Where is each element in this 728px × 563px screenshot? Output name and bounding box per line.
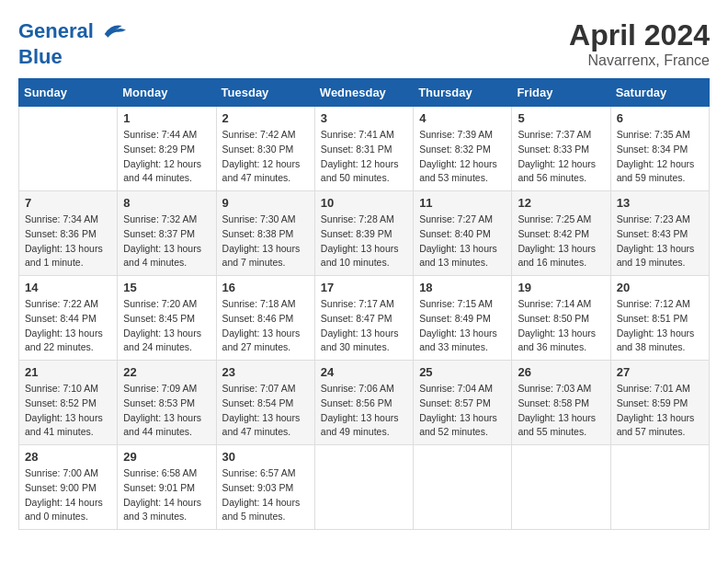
calendar-cell: 28 Sunrise: 7:00 AM Sunset: 9:00 PM Dayl… <box>19 445 118 530</box>
day-info: Sunrise: 7:22 AM Sunset: 8:44 PM Dayligh… <box>25 297 111 355</box>
day-number: 19 <box>518 281 604 294</box>
day-number: 10 <box>321 196 407 210</box>
calendar-cell: 29 Sunrise: 6:58 AM Sunset: 9:01 PM Dayl… <box>118 445 216 530</box>
month-year: April 2024 <box>569 18 710 52</box>
day-number: 2 <box>222 111 309 125</box>
day-number: 11 <box>419 196 506 210</box>
calendar-week-3: 14 Sunrise: 7:22 AM Sunset: 8:44 PM Dayl… <box>19 276 710 361</box>
day-info: Sunrise: 7:04 AM Sunset: 8:57 PM Dayligh… <box>419 382 506 440</box>
calendar-cell: 1 Sunrise: 7:44 AM Sunset: 8:29 PM Dayli… <box>118 107 216 191</box>
location: Navarrenx, France <box>569 52 710 69</box>
day-number: 29 <box>123 450 210 464</box>
day-number: 28 <box>25 450 111 464</box>
calendar-cell: 26 Sunrise: 7:03 AM Sunset: 8:58 PM Dayl… <box>512 361 610 445</box>
calendar-cell: 19 Sunrise: 7:14 AM Sunset: 8:50 PM Dayl… <box>512 276 610 361</box>
calendar-cell: 17 Sunrise: 7:17 AM Sunset: 8:47 PM Dayl… <box>314 276 413 361</box>
day-number: 24 <box>321 365 407 379</box>
day-number: 15 <box>123 281 210 294</box>
day-info: Sunrise: 7:07 AM Sunset: 8:54 PM Dayligh… <box>222 382 309 440</box>
calendar-cell: 2 Sunrise: 7:42 AM Sunset: 8:30 PM Dayli… <box>216 107 314 191</box>
calendar-cell <box>512 445 610 530</box>
calendar-cell: 16 Sunrise: 7:18 AM Sunset: 8:46 PM Dayl… <box>216 276 314 361</box>
calendar-cell: 24 Sunrise: 7:06 AM Sunset: 8:56 PM Dayl… <box>314 361 413 445</box>
day-number: 8 <box>123 196 210 210</box>
day-number: 25 <box>419 365 506 379</box>
page-header: General Blue April 2024 Navarrenx, Franc… <box>18 18 710 69</box>
calendar-cell: 12 Sunrise: 7:25 AM Sunset: 8:42 PM Dayl… <box>512 191 610 276</box>
calendar-cell: 22 Sunrise: 7:09 AM Sunset: 8:53 PM Dayl… <box>118 361 216 445</box>
weekday-header-wednesday: Wednesday <box>314 79 413 107</box>
calendar-cell: 20 Sunrise: 7:12 AM Sunset: 8:51 PM Dayl… <box>610 276 709 361</box>
weekday-header-thursday: Thursday <box>414 79 512 107</box>
calendar-cell: 6 Sunrise: 7:35 AM Sunset: 8:34 PM Dayli… <box>610 107 709 191</box>
calendar-cell <box>414 445 512 530</box>
logo: General Blue <box>18 18 129 68</box>
day-number: 13 <box>617 196 703 210</box>
calendar-week-5: 28 Sunrise: 7:00 AM Sunset: 9:00 PM Dayl… <box>19 445 710 530</box>
calendar-cell: 7 Sunrise: 7:34 AM Sunset: 8:36 PM Dayli… <box>19 191 118 276</box>
day-info: Sunrise: 7:00 AM Sunset: 9:00 PM Dayligh… <box>25 466 111 524</box>
calendar-week-2: 7 Sunrise: 7:34 AM Sunset: 8:36 PM Dayli… <box>19 191 710 276</box>
day-number: 21 <box>25 365 111 379</box>
calendar-cell: 23 Sunrise: 7:07 AM Sunset: 8:54 PM Dayl… <box>216 361 314 445</box>
day-number: 5 <box>518 111 604 125</box>
day-info: Sunrise: 7:44 AM Sunset: 8:29 PM Dayligh… <box>123 128 210 186</box>
day-info: Sunrise: 7:15 AM Sunset: 8:49 PM Dayligh… <box>419 297 506 355</box>
weekday-header-row: SundayMondayTuesdayWednesdayThursdayFrid… <box>19 79 710 107</box>
day-number: 22 <box>123 365 210 379</box>
day-info: Sunrise: 7:32 AM Sunset: 8:37 PM Dayligh… <box>123 213 210 270</box>
weekday-header-tuesday: Tuesday <box>216 79 314 107</box>
day-number: 30 <box>222 450 309 464</box>
day-info: Sunrise: 7:03 AM Sunset: 8:58 PM Dayligh… <box>518 382 604 440</box>
day-info: Sunrise: 7:12 AM Sunset: 8:51 PM Dayligh… <box>617 297 703 355</box>
day-info: Sunrise: 7:09 AM Sunset: 8:53 PM Dayligh… <box>123 382 210 440</box>
day-info: Sunrise: 7:34 AM Sunset: 8:36 PM Dayligh… <box>25 213 111 270</box>
calendar-table: SundayMondayTuesdayWednesdayThursdayFrid… <box>18 78 710 530</box>
day-number: 20 <box>617 281 703 294</box>
calendar-cell <box>610 445 709 530</box>
day-info: Sunrise: 7:23 AM Sunset: 8:43 PM Dayligh… <box>617 213 703 270</box>
calendar-cell: 5 Sunrise: 7:37 AM Sunset: 8:33 PM Dayli… <box>512 107 610 191</box>
day-number: 12 <box>518 196 604 210</box>
day-number: 3 <box>321 111 407 125</box>
day-number: 23 <box>222 365 309 379</box>
calendar-cell: 8 Sunrise: 7:32 AM Sunset: 8:37 PM Dayli… <box>118 191 216 276</box>
calendar-cell: 9 Sunrise: 7:30 AM Sunset: 8:38 PM Dayli… <box>216 191 314 276</box>
weekday-header-saturday: Saturday <box>610 79 709 107</box>
day-number: 14 <box>25 281 111 294</box>
day-info: Sunrise: 7:20 AM Sunset: 8:45 PM Dayligh… <box>123 297 210 355</box>
day-info: Sunrise: 7:37 AM Sunset: 8:33 PM Dayligh… <box>518 128 604 186</box>
logo-text2: Blue <box>18 46 129 68</box>
calendar-cell: 13 Sunrise: 7:23 AM Sunset: 8:43 PM Dayl… <box>610 191 709 276</box>
day-info: Sunrise: 7:10 AM Sunset: 8:52 PM Dayligh… <box>25 382 111 440</box>
day-number: 27 <box>617 365 703 379</box>
weekday-header-monday: Monday <box>118 79 216 107</box>
calendar-cell: 10 Sunrise: 7:28 AM Sunset: 8:39 PM Dayl… <box>314 191 413 276</box>
day-number: 9 <box>222 196 309 210</box>
day-info: Sunrise: 7:18 AM Sunset: 8:46 PM Dayligh… <box>222 297 309 355</box>
logo-text: General <box>18 18 129 46</box>
day-info: Sunrise: 6:57 AM Sunset: 9:03 PM Dayligh… <box>222 466 309 524</box>
day-info: Sunrise: 7:30 AM Sunset: 8:38 PM Dayligh… <box>222 213 309 270</box>
day-number: 4 <box>419 111 506 125</box>
day-number: 6 <box>617 111 703 125</box>
calendar-body: 1 Sunrise: 7:44 AM Sunset: 8:29 PM Dayli… <box>19 107 710 530</box>
calendar-cell: 18 Sunrise: 7:15 AM Sunset: 8:49 PM Dayl… <box>414 276 512 361</box>
calendar-cell: 11 Sunrise: 7:27 AM Sunset: 8:40 PM Dayl… <box>414 191 512 276</box>
day-info: Sunrise: 7:28 AM Sunset: 8:39 PM Dayligh… <box>321 213 407 270</box>
calendar-cell: 25 Sunrise: 7:04 AM Sunset: 8:57 PM Dayl… <box>414 361 512 445</box>
calendar-cell: 30 Sunrise: 6:57 AM Sunset: 9:03 PM Dayl… <box>216 445 314 530</box>
calendar-cell: 27 Sunrise: 7:01 AM Sunset: 8:59 PM Dayl… <box>610 361 709 445</box>
day-info: Sunrise: 6:58 AM Sunset: 9:01 PM Dayligh… <box>123 466 210 524</box>
day-info: Sunrise: 7:25 AM Sunset: 8:42 PM Dayligh… <box>518 213 604 270</box>
day-info: Sunrise: 7:06 AM Sunset: 8:56 PM Dayligh… <box>321 382 407 440</box>
calendar-cell: 4 Sunrise: 7:39 AM Sunset: 8:32 PM Dayli… <box>414 107 512 191</box>
day-info: Sunrise: 7:41 AM Sunset: 8:31 PM Dayligh… <box>321 128 407 186</box>
calendar-week-4: 21 Sunrise: 7:10 AM Sunset: 8:52 PM Dayl… <box>19 361 710 445</box>
day-number: 17 <box>321 281 407 294</box>
calendar-cell: 21 Sunrise: 7:10 AM Sunset: 8:52 PM Dayl… <box>19 361 118 445</box>
day-info: Sunrise: 7:35 AM Sunset: 8:34 PM Dayligh… <box>617 128 703 186</box>
calendar-cell: 15 Sunrise: 7:20 AM Sunset: 8:45 PM Dayl… <box>118 276 216 361</box>
title-section: April 2024 Navarrenx, France <box>569 18 710 69</box>
day-info: Sunrise: 7:17 AM Sunset: 8:47 PM Dayligh… <box>321 297 407 355</box>
